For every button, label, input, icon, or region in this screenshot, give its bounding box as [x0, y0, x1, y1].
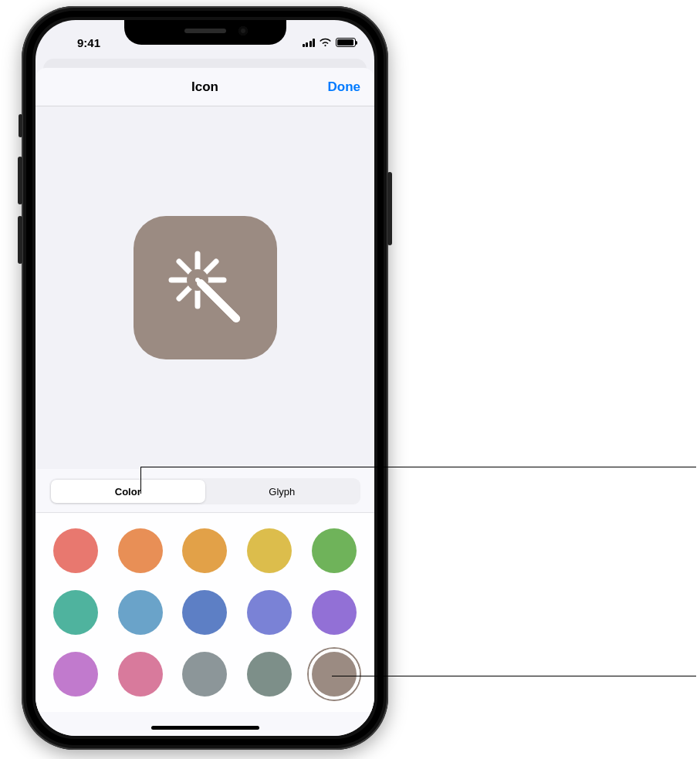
segmented-row: Color Glyph: [36, 469, 374, 513]
svg-line-11: [201, 283, 236, 319]
icon-preview-area: [36, 106, 374, 469]
color-swatch-13[interactable]: [247, 652, 292, 697]
color-swatch-11[interactable]: [118, 652, 163, 697]
magic-wand-icon: [159, 241, 252, 334]
color-swatch-4[interactable]: [312, 528, 357, 573]
color-swatch-10[interactable]: [53, 652, 98, 697]
color-swatch-1[interactable]: [118, 528, 163, 573]
icon-preview: [134, 216, 277, 359]
color-swatch-5[interactable]: [53, 590, 98, 635]
color-swatch-6[interactable]: [118, 590, 163, 635]
color-swatch-2[interactable]: [182, 528, 227, 573]
volume-down-button[interactable]: [18, 216, 22, 264]
battery-icon: [336, 38, 356, 47]
nav-bar: Icon Done: [36, 68, 374, 106]
volume-up-button[interactable]: [18, 157, 22, 204]
phone-frame: 9:41 Ic: [22, 6, 388, 750]
icon-editor-sheet: Icon Done: [36, 68, 374, 736]
page-title: Icon: [191, 79, 218, 95]
color-swatch-8[interactable]: [247, 590, 292, 635]
tab-color[interactable]: Color: [51, 480, 205, 503]
done-button[interactable]: Done: [328, 68, 361, 106]
phone-screen: 9:41 Ic: [36, 20, 374, 736]
status-time: 9:41: [54, 36, 123, 49]
cellular-signal-icon: [303, 39, 316, 47]
color-swatch-14[interactable]: [312, 652, 357, 697]
wifi-icon: [319, 38, 332, 47]
segmented-control: Color Glyph: [49, 478, 360, 504]
power-button[interactable]: [387, 172, 392, 245]
mute-switch[interactable]: [19, 114, 22, 137]
color-swatch-9[interactable]: [312, 590, 357, 635]
home-indicator[interactable]: [151, 726, 259, 730]
notch: [124, 20, 286, 45]
color-swatch-0[interactable]: [53, 528, 98, 573]
color-swatch-3[interactable]: [247, 528, 292, 573]
color-swatch-7[interactable]: [182, 590, 227, 635]
color-swatch-12[interactable]: [182, 652, 227, 697]
color-palette: [36, 513, 374, 712]
tab-glyph[interactable]: Glyph: [205, 480, 360, 503]
